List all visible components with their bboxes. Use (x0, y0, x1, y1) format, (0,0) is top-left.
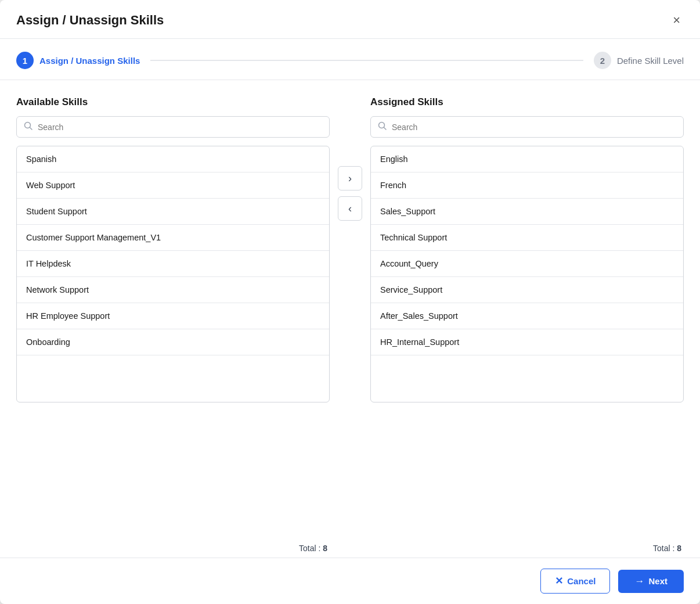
step-2-circle: 2 (594, 52, 611, 69)
next-button[interactable]: → Next (618, 570, 684, 593)
list-item[interactable]: French (371, 172, 683, 199)
assign-button[interactable]: › (338, 166, 362, 190)
list-item[interactable]: Customer Support Management_V1 (17, 225, 329, 251)
transfer-buttons: › ‹ (330, 166, 370, 221)
close-button[interactable]: × (669, 13, 684, 28)
modal-header: Assign / Unassign Skills × (0, 0, 700, 39)
totals-row: Total : 8 Total : 8 (16, 537, 684, 558)
left-arrow-icon: ‹ (348, 203, 352, 215)
svg-line-1 (30, 128, 33, 130)
list-item[interactable]: Network Support (17, 277, 329, 303)
right-arrow-icon: › (348, 172, 352, 185)
list-item[interactable]: Student Support (17, 199, 329, 225)
available-search-input[interactable] (38, 123, 322, 132)
svg-line-3 (384, 128, 387, 130)
list-item[interactable]: Web Support (17, 172, 329, 199)
next-arrow-icon: → (634, 576, 644, 587)
cancel-icon: ✕ (555, 575, 563, 587)
assigned-search-box[interactable] (370, 116, 684, 138)
available-skills-title: Available Skills (16, 96, 330, 108)
main-content: Available Skills SpanishWeb SupportStude… (0, 80, 700, 558)
assigned-skills-title: Assigned Skills (370, 96, 684, 108)
available-skills-list: SpanishWeb SupportStudent SupportCustome… (16, 146, 330, 402)
step-1-circle: 1 (16, 52, 34, 69)
assigned-search-icon (378, 121, 387, 132)
list-item[interactable]: Technical Support (371, 225, 683, 251)
step-line (150, 60, 583, 61)
assigned-total-count: 8 (677, 544, 681, 553)
list-item[interactable]: HR_Internal_Support (371, 329, 683, 355)
list-item[interactable]: Account_Query (371, 251, 683, 277)
columns: Available Skills SpanishWeb SupportStude… (16, 96, 684, 537)
list-item[interactable]: After_Sales_Support (371, 303, 683, 329)
list-item[interactable]: Service_Support (371, 277, 683, 303)
available-total-count: 8 (323, 544, 327, 553)
available-search-box[interactable] (16, 116, 330, 138)
step-1: 1 Assign / Unassign Skills (16, 52, 140, 69)
list-item-empty (17, 355, 329, 402)
assigned-skills-column: Assigned Skills EnglishFrenchSales_Suppo… (370, 96, 684, 402)
cancel-button[interactable]: ✕ Cancel (540, 569, 610, 594)
assigned-search-input[interactable] (392, 123, 676, 132)
available-total: Total : 8 (16, 544, 330, 553)
stepper: 1 Assign / Unassign Skills 2 Define Skil… (0, 39, 700, 80)
list-item[interactable]: English (371, 146, 683, 172)
assigned-skills-list: EnglishFrenchSales_SupportTechnical Supp… (370, 146, 684, 402)
available-search-icon (24, 121, 33, 132)
step-2: 2 Define Skill Level (594, 52, 684, 69)
list-item-empty (371, 355, 683, 402)
list-item[interactable]: Sales_Support (371, 199, 683, 225)
step-1-label: Assign / Unassign Skills (39, 56, 140, 66)
cancel-label: Cancel (567, 576, 596, 586)
modal-footer: ✕ Cancel → Next (0, 558, 700, 604)
list-item[interactable]: HR Employee Support (17, 303, 329, 329)
available-skills-column: Available Skills SpanishWeb SupportStude… (16, 96, 330, 402)
list-item[interactable]: IT Helpdesk (17, 251, 329, 277)
unassign-button[interactable]: ‹ (338, 196, 362, 221)
modal: Assign / Unassign Skills × 1 Assign / Un… (0, 0, 700, 604)
next-label: Next (648, 576, 667, 586)
list-item[interactable]: Spanish (17, 146, 329, 172)
assigned-total: Total : 8 (370, 544, 684, 553)
list-item[interactable]: Onboarding (17, 329, 329, 355)
modal-title: Assign / Unassign Skills (16, 13, 164, 28)
step-2-label: Define Skill Level (617, 56, 684, 66)
